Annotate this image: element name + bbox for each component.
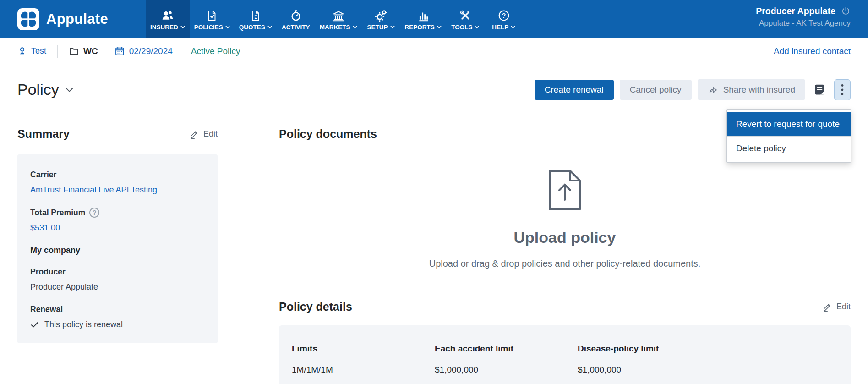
share-with-insured-button[interactable]: Share with insured <box>698 79 805 100</box>
documents-and-details: Policy documents Upload policy Upload or… <box>279 127 851 384</box>
limits-label: Limits <box>292 344 435 354</box>
total-premium-label: Total Premium ? <box>30 208 205 218</box>
menu-item-policies[interactable]: POLICIES <box>190 0 235 38</box>
share-forward-icon <box>708 84 718 95</box>
chevron-down-icon <box>267 26 272 29</box>
effective-date[interactable]: 02/29/2024 <box>115 46 173 56</box>
summary-card: Carrier AmTrust Financial Live API Testi… <box>17 154 218 343</box>
pencil-icon <box>822 302 832 312</box>
disease-policy-limit-value: $1,000,000 <box>578 365 721 375</box>
stopwatch-icon <box>289 8 302 22</box>
menu-label: SETUP <box>367 24 388 31</box>
disease-policy-limit-label: Disease-policy limit <box>578 344 721 354</box>
total-premium-link[interactable]: $531.00 <box>30 223 60 232</box>
bar-chart-icon <box>417 8 430 22</box>
user-name[interactable]: Producer Appulate <box>756 6 835 16</box>
create-renewal-button[interactable]: Create renewal <box>535 80 614 100</box>
summary-edit-button[interactable]: Edit <box>189 129 218 139</box>
producer-label: Producer <box>30 267 205 277</box>
person-icon <box>17 46 27 56</box>
menu-label: REPORTS <box>405 24 435 31</box>
vertical-dots-icon <box>841 84 844 96</box>
pencil-icon <box>189 129 199 139</box>
menu-item-delete-policy[interactable]: Delete policy <box>727 137 851 160</box>
cancel-policy-button[interactable]: Cancel policy <box>620 80 692 100</box>
upload-document-icon <box>547 169 582 211</box>
upload-dropzone[interactable]: Upload policy Upload or drag & drop poli… <box>279 169 851 269</box>
my-company-label: My company <box>30 246 205 255</box>
more-actions-button[interactable] <box>834 79 851 100</box>
policy-documents-heading: Policy documents <box>279 127 377 141</box>
renewal-flag: This policy is renewal <box>30 320 205 329</box>
chevron-down-icon <box>66 88 73 92</box>
chevron-down-icon <box>225 26 230 29</box>
each-accident-limit-label: Each accident limit <box>435 344 578 354</box>
menu-label: TOOLS <box>451 24 472 31</box>
menu-item-insured[interactable]: INSURED <box>146 0 190 38</box>
action-buttons: Create renewal Cancel policy Share with … <box>535 79 851 100</box>
summary-section: Summary Edit Carrier AmTrust Financial L… <box>17 127 218 343</box>
top-menu: INSURED POLICIES QUOTES ACTIVITY MARKETS <box>146 0 523 38</box>
effective-date-value: 02/29/2024 <box>129 46 173 56</box>
chevron-down-icon <box>437 26 442 29</box>
menu-item-setup[interactable]: SETUP <box>362 0 400 38</box>
notes-memo-button[interactable] <box>811 81 828 98</box>
carrier-label: Carrier <box>30 170 205 180</box>
page-title-dropdown[interactable]: Policy <box>17 81 73 99</box>
carrier-link[interactable]: AmTrust Financial Live API Testing <box>30 185 157 194</box>
people-icon <box>161 8 175 22</box>
question-circle-icon: ? <box>497 8 510 22</box>
help-question-icon[interactable]: ? <box>89 208 99 218</box>
insured-link[interactable]: Test <box>17 46 46 56</box>
brand[interactable]: Appulate <box>17 0 108 38</box>
renewal-label: Renewal <box>30 305 205 314</box>
line-of-business[interactable]: WC <box>69 46 98 56</box>
details-column: Disease-policy limit $1,000,000 <box>578 344 721 375</box>
content-columns: Summary Edit Carrier AmTrust Financial L… <box>17 127 851 384</box>
upload-title: Upload policy <box>279 229 851 247</box>
menu-item-markets[interactable]: MARKETS <box>315 0 362 38</box>
menu-label: INSURED <box>150 24 178 31</box>
add-insured-contact-link[interactable]: Add insured contact <box>774 46 851 56</box>
calendar-icon <box>115 46 125 56</box>
insured-name: Test <box>31 46 46 56</box>
top-navigation-bar: Appulate INSURED POLICIES QUOTES ACTIVIT… <box>0 0 868 38</box>
menu-label: QUOTES <box>239 24 265 31</box>
memo-icon <box>813 83 826 96</box>
details-column: Each accident limit $1,000,000 <box>435 344 578 375</box>
chevron-down-icon <box>475 26 479 29</box>
page-title-row: Policy Create renewal Cancel policy Shar… <box>17 64 851 115</box>
limits-value: 1M/1M/1M <box>292 365 435 375</box>
menu-label: ACTIVITY <box>282 24 310 31</box>
folder-icon <box>69 46 79 56</box>
producer-value: Producer Appulate <box>30 282 205 292</box>
chevron-down-icon <box>353 26 357 29</box>
page-title: Policy <box>17 81 59 99</box>
upload-hint: Upload or drag & drop policies and other… <box>279 258 851 269</box>
menu-item-reports[interactable]: REPORTS <box>400 0 446 38</box>
check-icon <box>30 320 39 329</box>
menu-label: POLICIES <box>194 24 223 31</box>
menu-label: HELP <box>492 24 508 31</box>
more-actions-menu: Revert to request for quote Delete polic… <box>726 109 851 163</box>
policy-details-card: Limits 1M/1M/1M Each accident limit $1,0… <box>279 325 851 384</box>
menu-item-tools[interactable]: TOOLS <box>446 0 485 38</box>
menu-item-revert-to-request-for-quote[interactable]: Revert to request for quote <box>727 112 851 137</box>
gears-icon <box>375 8 388 22</box>
document-hourglass-icon <box>250 8 262 22</box>
line-of-business-code: WC <box>83 46 98 56</box>
menu-item-activity[interactable]: ACTIVITY <box>277 0 315 38</box>
menu-label: MARKETS <box>320 24 350 31</box>
document-check-icon <box>206 8 218 22</box>
user-agency: Appulate - AK Test Agency <box>756 19 851 28</box>
chevron-down-icon <box>511 26 515 29</box>
brand-name: Appulate <box>46 11 108 27</box>
menu-item-quotes[interactable]: QUOTES <box>235 0 277 38</box>
divider <box>57 45 58 58</box>
logout-power-icon[interactable] <box>841 6 851 16</box>
menu-item-help[interactable]: ? HELP <box>485 0 523 38</box>
policy-details-heading: Policy details <box>279 300 352 313</box>
policy-details-edit-button[interactable]: Edit <box>822 302 851 312</box>
insured-context-bar: Test WC 02/29/2024 Active Policy Add ins… <box>0 38 868 64</box>
chevron-down-icon <box>390 26 395 29</box>
